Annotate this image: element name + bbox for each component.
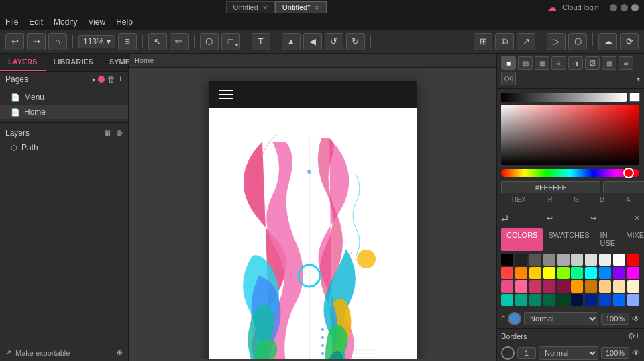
fill-solid-btn[interactable]: ■ <box>501 56 516 70</box>
fill-erase-btn[interactable]: ⌫ <box>501 72 516 85</box>
color-swatch[interactable] <box>627 280 639 293</box>
menu-edit[interactable]: Edit <box>29 17 43 27</box>
borders-settings-icon[interactable]: ⚙ <box>628 331 635 341</box>
color-swatch[interactable] <box>585 267 597 279</box>
hamburger-menu[interactable] <box>219 90 233 99</box>
fill-type-select[interactable]: Normal <box>524 312 598 325</box>
color-swatch[interactable] <box>599 254 611 266</box>
colors-tab-mixer[interactable]: MIXER <box>621 228 644 251</box>
menu-help[interactable]: Help <box>116 17 133 27</box>
fill-mode-dropdown[interactable]: ▾ <box>637 75 640 83</box>
colors-tab-colors[interactable]: COLORS <box>501 228 543 251</box>
swap-colors-btn[interactable]: ⇄ <box>501 213 509 223</box>
color-swatch[interactable] <box>599 294 611 306</box>
fill-visibility-icon[interactable]: 👁 <box>632 314 640 323</box>
border-visibility-icon[interactable]: 👁 <box>632 348 640 358</box>
color-swatch[interactable] <box>613 267 625 279</box>
select-tool[interactable]: ↖ <box>148 33 167 50</box>
color-swatch[interactable] <box>557 294 570 306</box>
page-item-menu[interactable]: 📄 Menu <box>0 90 128 105</box>
color-swatch[interactable] <box>585 294 597 306</box>
export-plus-icon[interactable]: ↗ <box>5 348 11 357</box>
fill-image-btn[interactable]: 🖼 <box>585 56 600 70</box>
colors-tab-inuse[interactable]: IN USE <box>595 228 621 251</box>
menu-file[interactable]: File <box>5 17 18 27</box>
color-swatch[interactable] <box>557 254 570 266</box>
preview-icon[interactable]: ▷ <box>547 33 566 50</box>
close-active-tab-icon[interactable]: ✕ <box>314 4 319 11</box>
redo-button[interactable]: ↪ <box>27 33 46 50</box>
fit-btn[interactable]: ⊞ <box>118 33 137 50</box>
close-picker-icon[interactable]: ✕ <box>634 214 640 223</box>
history-back-icon[interactable]: ↩ <box>547 214 553 223</box>
fill-gradient-h-btn[interactable]: ▤ <box>518 56 533 70</box>
color-swatch[interactable] <box>515 267 527 279</box>
layer-item-path[interactable]: ⬡ Path <box>0 140 128 155</box>
add-page-icon[interactable]: + <box>118 74 123 84</box>
color-swatch[interactable] <box>571 267 583 279</box>
border-opacity-input[interactable] <box>601 347 629 359</box>
color-swatch[interactable] <box>613 254 625 266</box>
cloud-login-label[interactable]: Cloud login <box>562 3 599 11</box>
color-swatch[interactable] <box>543 280 555 293</box>
vector-tool[interactable]: ✏ <box>170 33 189 50</box>
minimize-btn[interactable] <box>610 4 617 11</box>
rotate-cw-icon[interactable]: ↻ <box>346 33 365 50</box>
fill-opacity-input[interactable] <box>601 313 629 325</box>
color-swatch[interactable] <box>627 294 639 306</box>
page-item-home[interactable]: 📄 Home <box>0 105 128 119</box>
menu-modify[interactable]: Modify <box>54 17 77 27</box>
home-button[interactable]: ⌂ <box>48 33 67 50</box>
color-swatch[interactable] <box>543 254 555 266</box>
pen-tool[interactable]: ⬡ <box>200 33 219 50</box>
grid-icon[interactable]: ⊞ <box>474 33 492 50</box>
color-swatch[interactable] <box>557 280 570 293</box>
tab-untitled[interactable]: Untitled ✕ <box>226 1 275 13</box>
delete-layer-icon[interactable]: 🗑 <box>104 128 112 138</box>
close-tab-icon[interactable]: ✕ <box>262 4 268 11</box>
triangle-left-icon[interactable]: ◀ <box>303 33 322 50</box>
undo-button[interactable]: ↩ <box>5 33 24 50</box>
hue-slider[interactable] <box>501 169 639 177</box>
color-swatch[interactable] <box>585 280 597 293</box>
triangle-up-icon[interactable]: ▲ <box>282 33 301 50</box>
cloud-sync-icon[interactable]: ⟳ <box>620 33 639 50</box>
color-swatch[interactable] <box>571 294 583 306</box>
color-swatch[interactable] <box>515 254 527 266</box>
color-swatch[interactable] <box>571 254 583 266</box>
tab-untitled-active[interactable]: Untitled* ✕ <box>275 1 327 13</box>
color-canvas[interactable] <box>501 105 639 165</box>
maximize-btn[interactable] <box>621 4 628 11</box>
color-swatch[interactable] <box>571 280 583 293</box>
delete-page-icon[interactable]: 🗑 <box>107 74 115 84</box>
color-swatch[interactable] <box>543 267 555 279</box>
fill-gradient-v-btn[interactable]: ▦ <box>535 56 549 70</box>
border-color-swatch[interactable] <box>501 346 515 360</box>
shape-tool[interactable]: □▾ <box>221 33 240 50</box>
tab-libraries[interactable]: LIBRARIES <box>46 54 101 71</box>
export-icon[interactable]: ↗ <box>517 33 535 50</box>
tab-layers[interactable]: LAYERS <box>0 54 46 71</box>
color-swatch[interactable] <box>501 294 513 306</box>
add-border-icon[interactable]: + <box>635 331 640 341</box>
r-input[interactable] <box>603 181 644 193</box>
color-swatch[interactable] <box>627 254 639 266</box>
color-swatch[interactable] <box>529 267 541 279</box>
color-swatch[interactable] <box>599 267 611 279</box>
fill-pattern-btn[interactable]: ▦ <box>602 56 616 70</box>
color-swatch[interactable] <box>515 280 527 293</box>
bw-gradient-bar[interactable] <box>501 93 627 102</box>
rotate-ccw-icon[interactable]: ↺ <box>325 33 343 50</box>
color-swatch[interactable] <box>557 267 570 279</box>
fill-angular-btn[interactable]: ◑ <box>568 56 583 70</box>
fill-noise-btn[interactable]: ≋ <box>619 56 633 70</box>
menu-view[interactable]: View <box>88 17 105 27</box>
color-swatch[interactable] <box>515 294 527 306</box>
fill-radial-btn[interactable]: ◎ <box>551 56 566 70</box>
color-swatch[interactable] <box>585 254 597 266</box>
share-icon[interactable]: ⬡ <box>568 33 587 50</box>
fill-color-swatch[interactable] <box>508 312 521 325</box>
duplicate-icon[interactable]: ⧉ <box>495 33 514 50</box>
zoom-control[interactable]: 113% ▾ <box>78 35 115 48</box>
border-type-select[interactable]: Normal <box>539 346 598 360</box>
